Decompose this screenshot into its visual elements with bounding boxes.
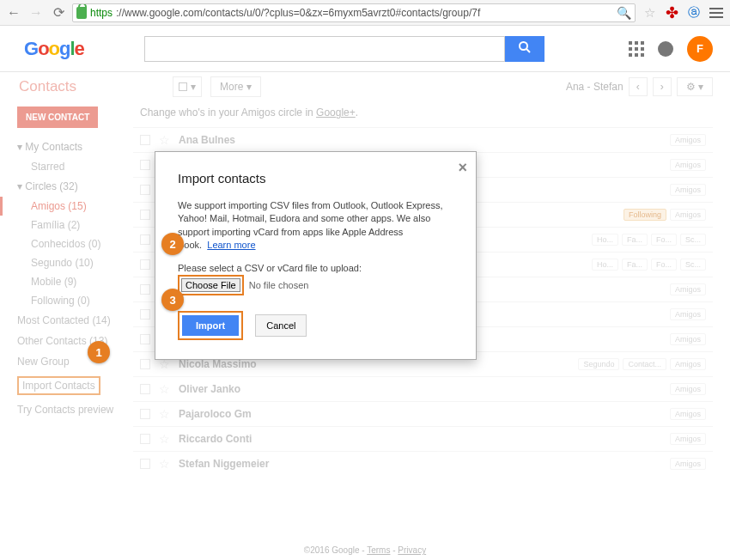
tag[interactable]: Amigos — [670, 333, 706, 345]
row-checkbox[interactable] — [140, 384, 150, 394]
tag[interactable]: Amigos — [670, 358, 706, 370]
next-page-button[interactable]: › — [653, 77, 672, 96]
row-checkbox[interactable] — [140, 234, 150, 245]
row-checkbox[interactable] — [140, 309, 150, 320]
row-checkbox[interactable] — [140, 135, 150, 145]
tag[interactable]: Amigos — [670, 134, 706, 146]
sidebar-starred[interactable]: Starred — [17, 157, 133, 176]
tag[interactable]: Fa... — [622, 234, 648, 246]
tag[interactable]: Amigos — [670, 408, 706, 420]
avatar[interactable]: F — [687, 36, 713, 62]
url-bar[interactable]: https ://www.google.com/contacts/u/0/?cp… — [72, 3, 636, 22]
star-icon[interactable]: ☆ — [159, 457, 170, 471]
browser-chrome: ← → ⟳ https ://www.google.com/contacts/u… — [0, 0, 730, 26]
magnify-icon: 🔍 — [617, 6, 631, 20]
learn-more-link[interactable]: Learn more — [207, 240, 255, 250]
tag[interactable]: Amigos — [670, 159, 706, 171]
row-checkbox[interactable] — [140, 259, 150, 270]
tag[interactable]: Following — [624, 209, 666, 221]
star-icon[interactable]: ☆ — [159, 432, 170, 446]
import-button[interactable]: Import — [182, 315, 239, 336]
contact-row[interactable]: ☆Pajaroloco GmAmigos — [133, 401, 713, 426]
row-checkbox[interactable] — [140, 409, 150, 419]
contact-tags: Amigos — [670, 159, 706, 171]
row-checkbox[interactable] — [140, 459, 150, 469]
tag[interactable]: Amigos — [670, 383, 706, 395]
sidebar-try-preview[interactable]: Try Contacts preview — [17, 399, 133, 420]
google-plus-link[interactable]: Google+ — [316, 107, 356, 119]
sidebar-group-conhecidos[interactable]: Conhecidos (0) — [17, 234, 133, 253]
sidebar-most-contacted[interactable]: Most Contacted (14) — [17, 310, 133, 331]
tag[interactable]: Ho... — [592, 234, 618, 246]
sidebar-circles[interactable]: ▾ Circles (32) — [17, 176, 133, 197]
extension-icon-1[interactable]: ✤ — [663, 4, 680, 21]
tag[interactable]: Amigos — [670, 308, 706, 320]
sidebar-group-following[interactable]: Following (0) — [17, 291, 133, 310]
tag[interactable]: Amigos — [670, 283, 706, 295]
terms-link[interactable]: Terms — [367, 545, 390, 555]
choose-file-button[interactable]: Choose File — [181, 278, 240, 292]
row-checkbox[interactable] — [140, 210, 150, 220]
tag[interactable]: Fo... — [651, 234, 677, 246]
bookmark-star-icon[interactable]: ☆ — [641, 4, 658, 21]
contact-name: Nicola Massimo — [179, 358, 257, 370]
lock-icon — [76, 7, 87, 19]
search-input[interactable] — [144, 36, 505, 62]
app-name: Contacts — [19, 78, 76, 95]
privacy-link[interactable]: Privacy — [398, 545, 426, 555]
contact-row[interactable]: ☆Riccardo ContiAmigos — [133, 426, 713, 451]
tag[interactable]: Sc... — [680, 234, 706, 246]
contact-row[interactable]: ☆Ana BulnesAmigos — [133, 127, 713, 152]
google-logo[interactable]: Google — [24, 38, 84, 60]
menu-button[interactable] — [708, 4, 725, 21]
tag[interactable]: Amigos — [670, 209, 706, 221]
select-file-label: Please select a CSV or vCard file to upl… — [178, 263, 453, 273]
notifications-icon[interactable] — [658, 41, 673, 57]
row-checkbox[interactable] — [140, 284, 150, 295]
select-all-checkbox[interactable]: ▾ — [173, 76, 202, 97]
sidebar-new-group[interactable]: New Group — [17, 351, 133, 372]
star-icon[interactable]: ☆ — [159, 133, 170, 147]
star-icon[interactable]: ☆ — [159, 382, 170, 396]
new-contact-button[interactable]: NEW CONTACT — [17, 107, 98, 128]
tag[interactable]: Fa... — [622, 259, 648, 271]
search-button[interactable] — [505, 36, 544, 62]
tag[interactable]: Segundo — [578, 358, 619, 370]
row-checkbox[interactable] — [140, 359, 150, 369]
modal-close-button[interactable]: × — [458, 159, 467, 177]
tag[interactable]: Ho... — [592, 259, 618, 271]
sidebar-group-mobile[interactable]: Mobile (9) — [17, 272, 133, 291]
contact-tags: Amigos — [670, 458, 706, 470]
reload-button[interactable]: ⟳ — [50, 4, 67, 21]
row-checkbox[interactable] — [140, 334, 150, 344]
prev-page-button[interactable]: ‹ — [629, 77, 648, 96]
tag[interactable]: Fo... — [651, 259, 677, 271]
contact-row[interactable]: ☆Oliver JankoAmigos — [133, 376, 713, 401]
tag[interactable]: Contact... — [623, 358, 666, 370]
tag[interactable]: Amigos — [670, 458, 706, 470]
row-checkbox[interactable] — [140, 185, 150, 195]
back-button[interactable]: ← — [5, 4, 22, 21]
svg-point-0 — [520, 42, 527, 50]
sidebar-other-contacts[interactable]: Other Contacts (13) — [17, 331, 133, 351]
cancel-button[interactable]: Cancel — [255, 314, 307, 337]
sidebar-group-segundo[interactable]: Segundo (10) — [17, 253, 133, 272]
sidebar-group-amigos[interactable]: Amigos (15) — [17, 197, 133, 216]
sidebar-my-contacts[interactable]: ▾ My Contacts — [17, 137, 133, 157]
sidebar-group-familia[interactable]: Família (2) — [17, 216, 133, 234]
tag[interactable]: Amigos — [670, 184, 706, 196]
apps-grid-icon[interactable] — [629, 41, 644, 57]
contact-name: Pajaroloco Gm — [179, 408, 252, 420]
row-checkbox[interactable] — [140, 160, 150, 170]
settings-gear-icon[interactable]: ⚙ ▾ — [677, 77, 713, 96]
forward-button[interactable]: → — [27, 4, 45, 21]
row-checkbox[interactable] — [140, 434, 150, 444]
extension-icon-2[interactable]: ⓐ — [685, 4, 703, 21]
sidebar-import-contacts[interactable]: Import Contacts — [17, 372, 133, 399]
tag[interactable]: Amigos — [670, 433, 706, 445]
star-icon[interactable]: ☆ — [159, 407, 170, 421]
tag[interactable]: Sc... — [680, 259, 706, 271]
contact-row[interactable]: ☆Stefan NiggemeierAmigos — [133, 451, 713, 476]
more-menu[interactable]: More ▾ — [210, 76, 261, 97]
contact-tags: Ho...Fa...Fo...Sc... — [592, 234, 706, 246]
